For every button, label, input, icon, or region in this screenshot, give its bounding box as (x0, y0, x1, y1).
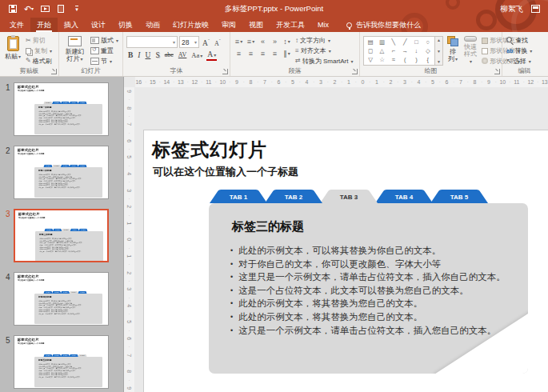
increase-indent-icon[interactable]: » (270, 37, 280, 46)
slide-thumbnail-1[interactable]: 1标签式幻灯片可以在这个位置输入一个子标题TAB 1TAB 2TAB 3TAB … (0, 82, 123, 136)
shape-icon-oval[interactable]: ○ (426, 39, 430, 46)
gallery-down-icon[interactable]: ▼ (437, 49, 441, 54)
shape-icon-star[interactable]: ☆ (379, 57, 385, 63)
ribbon-tab-动画[interactable]: 动画 (139, 18, 166, 32)
slide-tab-3[interactable]: TAB 3 (319, 190, 378, 203)
current-slide[interactable]: 标签式幻灯片 可以在这个位置输入一个子标题 TAB 1TAB 2TAB 3TAB… (143, 130, 548, 392)
convert-smartart-button[interactable]: ⇄转换为 SmartArt▾ (294, 56, 354, 66)
format-painter-button[interactable]: ✎格式刷 (25, 56, 53, 66)
change-case-button[interactable]: Aa▾ (190, 50, 204, 61)
drawing-dialog-launcher[interactable] (494, 69, 500, 74)
shape-icon-roundrect[interactable]: ◻ (368, 48, 373, 54)
ribbon-tab-设计[interactable]: 设计 (85, 18, 112, 32)
slide-thumbnails-panel[interactable]: 1标签式幻灯片可以在这个位置输入一个子标题TAB 1TAB 2TAB 3TAB … (0, 77, 124, 392)
shape-icon-arrow-down[interactable]: ↓ (415, 48, 418, 54)
ribbon-tab-切换[interactable]: 切换 (112, 18, 139, 32)
shape-icon-diamond[interactable]: ◇ (426, 48, 430, 54)
bullets-icon[interactable]: ≡▾ (234, 37, 244, 46)
slide-title[interactable]: 标签式幻灯片 (152, 138, 548, 162)
shape-icon-vtextbox[interactable]: ▥ (379, 39, 385, 46)
user-name[interactable]: 柳絮飞 (501, 4, 524, 14)
shapes-gallery-scroll[interactable]: ▲ ▼ ▼ (435, 36, 443, 66)
ribbon-tab-开始[interactable]: 开始 (30, 18, 58, 32)
slide-subtitle[interactable]: 可以在这个位置输入一个子标题 (153, 165, 548, 179)
shape-icon-arrow-right[interactable]: → (402, 48, 408, 54)
gallery-more-icon[interactable]: ▼ (437, 59, 441, 64)
slide-thumbnail-3[interactable]: 3标签式幻灯片可以在这个位置输入一个子标题TAB 1TAB 2TAB 3TAB … (0, 209, 123, 262)
slide-thumbnail-4[interactable]: 4标签式幻灯片可以在这个位置输入一个子标题TAB 1TAB 2TAB 3TAB … (0, 272, 123, 326)
font-color-button[interactable]: A▾ (206, 50, 218, 60)
ribbon-tab-插入[interactable]: 插入 (58, 18, 85, 32)
undo-icon[interactable]: ↶▾ (24, 4, 34, 14)
arrange-button[interactable]: 排列▾ (446, 34, 460, 66)
save-icon[interactable] (8, 4, 18, 14)
slide-tab-5[interactable]: TAB 5 (430, 190, 489, 203)
font-name-combo[interactable]: ▾ (126, 36, 178, 48)
ribbon-tab-幻灯片放映[interactable]: 幻灯片放映 (166, 18, 215, 32)
text-direction-button[interactable]: ↕文字方向▾ (294, 36, 354, 46)
thumbnail-slide[interactable]: 标签式幻灯片可以在这个位置输入一个子标题TAB 1TAB 2TAB 3TAB 4… (14, 335, 109, 389)
tell-me-search[interactable]: 告诉我你想要做什么 (346, 18, 421, 32)
slide-content-box[interactable]: 标签三的标题 此处的示例文本，可以将其替换为你自己的文本。对于你自己的文本，你可… (209, 203, 528, 374)
thumbnail-slide[interactable]: 标签式幻灯片可以在这个位置输入一个子标题TAB 1TAB 2TAB 3TAB 4… (14, 209, 109, 262)
character-spacing-button[interactable]: AV (177, 50, 189, 60)
slide-tab-4[interactable]: TAB 4 (374, 190, 434, 203)
replace-button[interactable]: ab替换▾ (506, 46, 533, 56)
text-shadow-button[interactable]: S (154, 50, 161, 60)
start-slideshow-icon[interactable] (40, 4, 50, 14)
gallery-up-icon[interactable]: ▲ (437, 38, 441, 42)
horizontal-ruler[interactable]: 16·15·14·13·12·11·10·9·8·7·6·5·4·3·2·1·0… (135, 77, 548, 87)
ribbon-tab-开发工具[interactable]: 开发工具 (270, 18, 311, 32)
ribbon-tab-审阅[interactable]: 审阅 (215, 18, 242, 32)
clipboard-dialog-launcher[interactable] (51, 69, 57, 74)
vertical-ruler[interactable]: 9·8·7·6·5·4·3·2·1·0·1·2·3·4·5·6·7·8·9 (124, 87, 134, 392)
thumbnail-slide[interactable]: 标签式幻灯片可以在这个位置输入一个子标题TAB 1TAB 2TAB 3TAB 4… (14, 146, 109, 199)
thumbnail-slide[interactable]: 标签式幻灯片可以在这个位置输入一个子标题TAB 1TAB 2TAB 3TAB 4… (14, 82, 109, 136)
align-center-icon[interactable]: ≡ (246, 49, 256, 58)
strikethrough-button[interactable]: abc (163, 50, 175, 60)
slide-tab-1[interactable]: TAB 1 (209, 190, 268, 203)
thumbnail-slide[interactable]: 标签式幻灯片可以在这个位置输入一个子标题TAB 1TAB 2TAB 3TAB 4… (14, 272, 109, 326)
select-button[interactable]: ↖选择▾ (506, 56, 533, 66)
shapes-gallery[interactable]: ▤▥╲╱□○ ◻△⌐→↓◇ ▽☆≈(){ (363, 36, 435, 66)
shape-icon-triangle[interactable]: △ (380, 48, 385, 54)
new-slide-button[interactable]: 新建幻灯片▾ (62, 34, 87, 66)
reset-button[interactable]: 重置 (90, 46, 119, 56)
decrease-indent-icon[interactable]: « (258, 37, 268, 46)
paste-button[interactable]: 粘贴▾ (3, 34, 22, 66)
increase-font-size-button[interactable]: Aˆ (201, 36, 211, 48)
shape-icon-elbow[interactable]: ⌐ (392, 48, 395, 54)
slide-thumbnail-2[interactable]: 2标签式幻灯片可以在这个位置输入一个子标题TAB 1TAB 2TAB 3TAB … (0, 146, 123, 199)
decrease-font-size-button[interactable]: Aˇ (213, 36, 222, 49)
align-left-icon[interactable]: ≡ (234, 49, 244, 58)
italic-button[interactable]: I (136, 50, 142, 60)
new-document-icon[interactable] (56, 4, 66, 14)
shape-icon-rectangle[interactable]: □ (414, 39, 418, 46)
shape-icon-line[interactable]: ╲ (392, 39, 396, 46)
line-spacing-icon[interactable]: ↕▾ (282, 37, 292, 46)
ribbon-tab-文件[interactable]: 文件 (3, 18, 30, 32)
underline-button[interactable]: U (144, 50, 153, 60)
section-button[interactable]: 节▾ (90, 56, 119, 66)
shape-icon-arc[interactable]: ≈ (392, 57, 395, 63)
justify-icon[interactable]: ≡ (270, 49, 280, 58)
find-button[interactable]: 查找 (506, 36, 533, 46)
layout-button[interactable]: 版式▾ (90, 36, 119, 46)
shape-icon-paren-left[interactable]: ( (404, 57, 406, 63)
paragraph-dialog-launcher[interactable] (352, 69, 358, 74)
align-right-icon[interactable]: ≡ (258, 49, 268, 58)
copy-button[interactable]: 复制▾ (25, 46, 53, 56)
align-text-button[interactable]: ≡对齐文本▾ (294, 46, 354, 56)
columns-icon[interactable]: ∥▾ (282, 49, 292, 58)
font-size-combo[interactable]: 28▾ (179, 36, 199, 48)
shape-icon-brace[interactable]: { (427, 57, 430, 63)
font-dialog-launcher[interactable] (222, 69, 228, 74)
numbering-icon[interactable]: ≡▾ (246, 37, 256, 46)
shape-icon-freeform[interactable]: ▽ (368, 57, 373, 63)
slide-tab-2[interactable]: TAB 2 (264, 190, 323, 203)
shape-icon-textbox[interactable]: ▤ (368, 39, 374, 46)
ribbon-tab-视图[interactable]: 视图 (242, 18, 270, 32)
shape-icon-line2[interactable]: ╱ (403, 39, 407, 46)
cut-button[interactable]: ✂剪切 (25, 36, 53, 46)
quick-styles-button[interactable]: 快速样式▾ (462, 34, 478, 66)
